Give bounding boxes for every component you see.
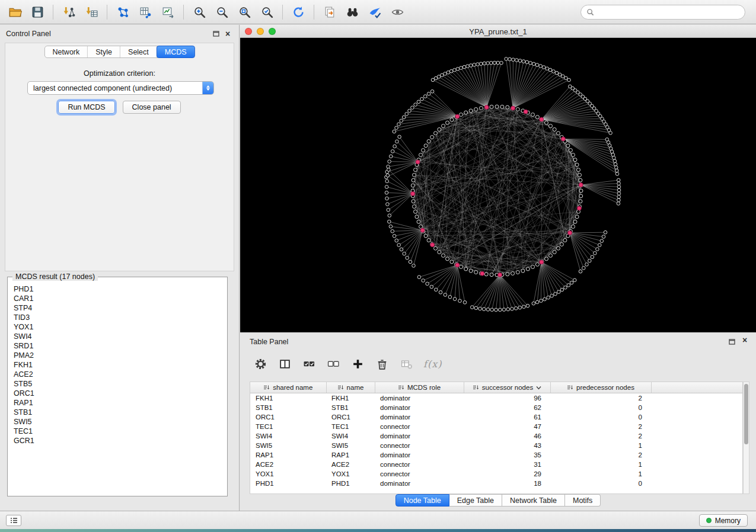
new-network-icon[interactable] [111, 2, 134, 21]
column-header-mcds-role[interactable]: MCDS role [375, 382, 464, 393]
mcds-result-item[interactable]: YOX1 [14, 322, 221, 332]
mcds-result-item[interactable]: SWI4 [14, 332, 221, 341]
table-row[interactable]: FKH1FKH1dominator962 [250, 393, 742, 403]
export-image-icon[interactable] [157, 2, 179, 21]
zoom-out-icon[interactable] [210, 2, 233, 21]
network-window-titlebar[interactable]: YPA_prune.txt_1 [240, 25, 756, 38]
mcds-result-item[interactable]: PHD1 [14, 284, 221, 294]
sort-icon [337, 384, 344, 391]
cell-successor-nodes: 62 [464, 403, 550, 412]
table-panel: Table Panel × f(x) [240, 334, 756, 511]
mcds-result-item[interactable]: ORC1 [14, 389, 221, 398]
mcds-result-item[interactable]: STP4 [14, 303, 221, 313]
mcds-result-item[interactable]: STB5 [14, 379, 221, 389]
search-input[interactable] [598, 8, 739, 17]
zoom-selected-icon[interactable] [256, 2, 278, 21]
cell-mcds-role: connector [375, 469, 464, 479]
refresh-layout-icon[interactable] [287, 2, 310, 21]
memory-button[interactable]: Memory [699, 514, 748, 527]
cell-shared-name: SWI4 [250, 431, 326, 441]
import-table-icon[interactable] [80, 2, 103, 21]
search-field[interactable] [580, 5, 745, 20]
mcds-result-item[interactable]: TID3 [14, 313, 221, 322]
mcds-result-item[interactable]: CAR1 [14, 294, 221, 303]
column-header-name[interactable]: name [326, 382, 375, 393]
deselect-all-icon[interactable] [326, 357, 340, 371]
close-panel-button[interactable]: Close panel [123, 101, 181, 114]
cell-shared-name: PHD1 [250, 479, 326, 488]
delete-table-icon[interactable] [399, 357, 413, 371]
column-header-predecessor-nodes[interactable]: predecessor nodes [550, 382, 651, 393]
mcds-result-item[interactable]: SWI5 [14, 417, 221, 427]
control-panel-title: Control Panel [6, 30, 51, 38]
control-panel-tabs: Network Style Select MCDS [44, 46, 194, 58]
mcds-result-item[interactable]: ACE2 [14, 370, 221, 379]
add-icon[interactable] [350, 357, 365, 371]
table-row[interactable]: SWI5SWI5connector431 [250, 441, 742, 450]
close-table-panel-icon[interactable]: × [741, 336, 749, 344]
show-hide-icon[interactable] [386, 2, 409, 21]
zoom-in-icon[interactable] [188, 2, 210, 21]
table-row[interactable]: PHD1PHD1dominator180 [250, 479, 742, 488]
table-scrollbar[interactable] [743, 382, 749, 494]
mcds-result-item[interactable]: GCR1 [14, 436, 221, 446]
tab-network-table[interactable]: Network Table [502, 494, 565, 507]
table-row[interactable]: ORC1ORC1dominator610 [250, 412, 742, 422]
cell-name: ORC1 [326, 412, 375, 422]
tab-motifs[interactable]: Motifs [565, 494, 601, 507]
function-builder-icon[interactable]: f(x) [423, 358, 442, 370]
table-scrollbar-thumb[interactable] [744, 384, 748, 444]
table-row[interactable]: SWI4SWI4dominator462 [250, 431, 742, 441]
optimization-criterion-dropdown[interactable]: largest connected component (undirected) [27, 81, 214, 95]
table-panel-title: Table Panel [250, 338, 288, 346]
table-row[interactable]: STB1STB1dominator620 [250, 403, 742, 412]
zoom-fit-icon[interactable] [233, 2, 256, 21]
tab-mcds[interactable]: MCDS [157, 46, 195, 58]
float-table-panel-icon[interactable] [728, 338, 736, 345]
open-session-icon[interactable] [4, 2, 26, 21]
network-canvas[interactable] [240, 38, 756, 332]
cell-name: STB1 [326, 403, 375, 412]
list-icon [10, 517, 18, 524]
mcds-result-item[interactable]: PMA2 [14, 351, 221, 360]
table-row[interactable]: RAP1RAP1dominator352 [250, 450, 742, 460]
delete-icon[interactable] [375, 357, 389, 371]
mcds-result-item[interactable]: TEC1 [14, 427, 221, 436]
cell-shared-name: YOX1 [250, 469, 326, 479]
import-network-icon[interactable] [58, 2, 80, 21]
mcds-result-item[interactable]: STB1 [14, 408, 221, 417]
apply-style-icon[interactable] [363, 2, 386, 21]
network-table-icon[interactable] [134, 2, 157, 21]
toolbar-separator [314, 5, 314, 20]
table-row[interactable]: TEC1TEC1connector472 [250, 422, 742, 431]
float-panel-icon[interactable] [212, 30, 220, 37]
column-header-successor-nodes[interactable]: successor nodes [464, 382, 550, 393]
cell-successor-nodes: 47 [464, 422, 550, 431]
column-header-shared-name[interactable]: shared name [250, 382, 326, 393]
copy-document-icon[interactable] [318, 2, 341, 21]
gear-icon[interactable] [253, 357, 267, 371]
tab-select[interactable]: Select [120, 46, 157, 57]
tab-node-table[interactable]: Node Table [395, 494, 449, 507]
mcds-result-item[interactable]: SRD1 [14, 341, 221, 351]
desktop-wallpaper-strip [0, 529, 756, 532]
save-session-icon[interactable] [26, 2, 49, 21]
tab-edge-table[interactable]: Edge Table [449, 494, 502, 507]
search-network-icon[interactable] [341, 2, 363, 21]
mcds-result-item[interactable]: FKH1 [14, 360, 221, 370]
close-panel-icon[interactable]: × [224, 30, 232, 37]
select-all-icon[interactable] [302, 357, 316, 371]
memory-label: Memory [715, 517, 741, 525]
columns-icon[interactable] [277, 357, 292, 371]
cell-mcds-role: dominator [375, 479, 464, 488]
cell-mcds-role: dominator [375, 393, 464, 403]
tab-style[interactable]: Style [88, 46, 120, 57]
cell-successor-nodes: 46 [464, 431, 550, 441]
table-row[interactable]: YOX1YOX1connector291 [250, 469, 742, 479]
table-row[interactable]: ACE2ACE2connector311 [250, 460, 742, 469]
dropdown-value: largest connected component (undirected) [28, 84, 202, 92]
mcds-result-item[interactable]: RAP1 [14, 398, 221, 408]
run-mcds-button[interactable]: Run MCDS [58, 101, 114, 114]
tab-network[interactable]: Network [44, 46, 88, 57]
task-history-button[interactable] [6, 515, 21, 526]
